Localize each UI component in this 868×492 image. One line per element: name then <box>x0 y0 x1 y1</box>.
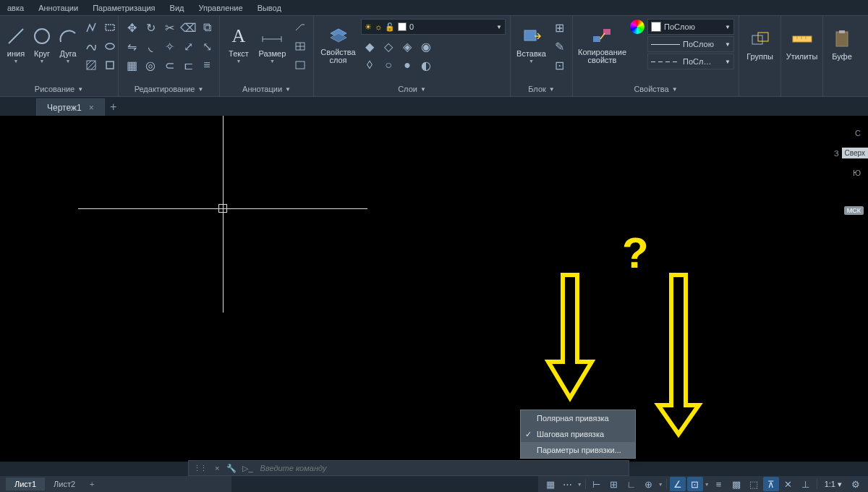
utils-button[interactable]: Утилиты <box>786 19 818 69</box>
menu-item[interactable]: Аннотации <box>38 4 78 12</box>
menu-item[interactable]: Управление <box>198 4 242 12</box>
leader-icon[interactable] <box>292 19 309 36</box>
annotation-scale[interactable]: 1:1 ▾ <box>820 480 846 489</box>
menu-item-polar-snap[interactable]: Полярная привязка <box>521 410 635 426</box>
line-button[interactable]: иния▼ <box>4 19 27 69</box>
command-input[interactable] <box>256 464 629 472</box>
break-icon[interactable]: ⊏ <box>179 56 197 74</box>
cloud-icon[interactable] <box>292 56 309 74</box>
wrench-icon[interactable]: 🔧 <box>224 464 239 473</box>
layer-tool-icon[interactable]: ● <box>399 56 416 74</box>
close-icon[interactable]: × <box>210 464 224 472</box>
sheet-tab[interactable]: Лист1 <box>6 478 45 491</box>
osnap-icon[interactable]: ⊼ <box>763 477 779 491</box>
table-icon[interactable] <box>292 38 309 55</box>
workspace-icon[interactable]: ⚙ <box>848 477 864 491</box>
isometric-icon[interactable]: ∠ <box>670 477 686 491</box>
color-selector[interactable]: ПоСлою ▼ <box>647 19 734 35</box>
menu-item-grid-snap[interactable]: Шаговая привязка <box>521 426 635 442</box>
spline-icon[interactable] <box>82 38 100 55</box>
menu-item[interactable]: авка <box>7 4 24 12</box>
layer-tool-icon[interactable]: ◇ <box>380 38 397 55</box>
selection-cycling-icon[interactable]: ⬚ <box>746 477 762 491</box>
svg-rect-25 <box>836 32 848 46</box>
add-tab-button[interactable]: + <box>105 98 122 116</box>
infer-constraints-icon[interactable]: ⊢ <box>589 477 605 491</box>
layer-tool-icon[interactable]: ◉ <box>417 38 435 55</box>
block-edit-icon[interactable]: ✎ <box>550 38 568 55</box>
prompt-icon: ▷_ <box>239 464 255 473</box>
erase-icon[interactable]: ⌫ <box>179 19 197 36</box>
groups-button[interactable]: Группы <box>744 19 776 69</box>
layer-tool-icon[interactable]: ◈ <box>399 38 416 55</box>
drawing-canvas[interactable]: С З Сверх Ю МСК ? <box>0 116 868 462</box>
move-icon[interactable]: ✥ <box>123 19 140 36</box>
layer-tool-icon[interactable]: ◆ <box>361 38 378 55</box>
rotate-icon[interactable]: ↻ <box>142 19 159 36</box>
label: Текст <box>229 49 249 58</box>
text-button[interactable]: A Текст▼ <box>224 19 253 69</box>
layer-selector[interactable]: ☀ ☼ 🔓 0 ▼ <box>361 19 506 35</box>
block-attr-icon[interactable]: ⊡ <box>550 56 568 74</box>
menu-item[interactable]: Вывод <box>258 4 281 12</box>
insert-button[interactable]: Вставка▼ <box>515 19 548 69</box>
circle-button[interactable]: Круг▼ <box>30 19 54 69</box>
scale-icon[interactable]: ⤡ <box>198 38 216 55</box>
mirror-icon[interactable]: ⇋ <box>123 38 140 55</box>
arc-button[interactable]: Дуга▼ <box>56 19 80 69</box>
dimension-button[interactable]: Размер▼ <box>256 19 289 69</box>
3d-osnap-icon[interactable]: ✕ <box>780 477 796 491</box>
command-line[interactable]: ⋮⋮ × 🔧 ▷_ <box>188 460 629 476</box>
add-sheet-button[interactable]: + <box>84 478 100 491</box>
grip-icon[interactable]: ⋮⋮ <box>189 464 210 473</box>
fillet-icon[interactable]: ◟ <box>142 38 159 55</box>
layer-tool-icon[interactable]: ○ <box>380 56 397 74</box>
viewcube-face[interactable]: Сверх <box>842 148 868 158</box>
polyline-icon[interactable] <box>82 19 100 36</box>
clipboard-button[interactable]: Буфе <box>827 19 856 69</box>
linetype-selector[interactable]: ПоСл… ▼ <box>647 54 734 69</box>
doc-tab[interactable]: Чертеж1 × <box>36 98 105 116</box>
ucs-badge[interactable]: МСК <box>844 206 864 215</box>
menu-item[interactable]: Параметризация <box>93 4 155 12</box>
sheet-tab[interactable]: Лист2 <box>45 478 84 491</box>
layer-tool-icon[interactable]: ◐ <box>417 56 435 74</box>
stretch-icon[interactable]: ⤢ <box>179 38 197 55</box>
menu-item[interactable]: Вид <box>170 4 184 12</box>
match-props-button[interactable]: Копирование свойств <box>577 19 627 69</box>
dynamic-input-icon[interactable]: ⊞ <box>606 477 622 491</box>
rect-icon[interactable] <box>101 19 119 36</box>
layer-props-button[interactable]: Свойства слоя <box>318 19 358 69</box>
grid-display-icon[interactable]: ▦ <box>542 477 558 491</box>
array-icon[interactable]: ▦ <box>123 56 140 74</box>
object-snap-tracking-icon[interactable]: ⊡ <box>687 477 703 491</box>
colorwheel-icon[interactable] <box>630 20 644 34</box>
point-icon[interactable] <box>101 56 119 74</box>
hatch-icon[interactable] <box>82 56 100 74</box>
dyn-ucs-icon[interactable]: ⊥ <box>798 477 814 491</box>
svg-rect-8 <box>106 62 114 69</box>
snap-mode-icon[interactable]: ⋯ <box>560 477 576 491</box>
copy-icon[interactable]: ⧉ <box>198 19 216 36</box>
offset-icon[interactable]: ◎ <box>142 56 159 74</box>
explode-icon[interactable]: ✧ <box>161 38 178 55</box>
svg-rect-2 <box>106 25 114 30</box>
lineweight-icon[interactable]: ≡ <box>711 477 727 491</box>
join-icon[interactable]: ⊂ <box>161 56 178 74</box>
lineweight-selector[interactable]: ПоСлою ▼ <box>647 36 734 52</box>
measure-icon <box>791 27 814 51</box>
sun-icon: ☼ <box>375 22 382 31</box>
block-create-icon[interactable]: ⊞ <box>550 19 568 36</box>
polar-tracking-icon[interactable]: ⊕ <box>641 477 657 491</box>
panel-label: Редактирование▼ <box>123 82 215 96</box>
trim-icon[interactable]: ✂ <box>161 19 178 36</box>
viewcube[interactable]: С З Сверх Ю МСК <box>834 129 868 215</box>
close-icon[interactable]: × <box>89 103 94 113</box>
svg-rect-16 <box>524 30 536 41</box>
layer-tool-icon[interactable]: ◊ <box>361 56 378 74</box>
align-icon[interactable]: ≡ <box>198 56 216 74</box>
ortho-mode-icon[interactable]: ∟ <box>624 477 639 491</box>
transparency-icon[interactable]: ▩ <box>728 477 744 491</box>
ellipse-icon[interactable] <box>101 38 119 55</box>
menu-item-snap-settings[interactable]: Параметры привязки... <box>521 442 635 458</box>
